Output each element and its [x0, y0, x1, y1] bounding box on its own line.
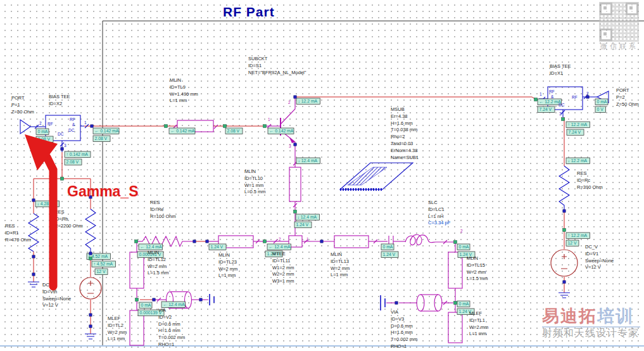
- schematic-canvas[interactable]: 0 mA2.08 V← 0.142 mA2.08 V↑ 0.142 mA2.08…: [0, 0, 644, 351]
- res-rb-symbol[interactable]: [85, 209, 96, 252]
- transistor-bfr92a-symbol[interactable]: [265, 97, 295, 147]
- port1-label-line: P=1: [11, 102, 20, 108]
- wire-node: [32, 199, 35, 201]
- wire-node: [206, 240, 208, 243]
- res-rb-label: RESID=RbR=2200 Ohm: [54, 209, 83, 229]
- dc-current-annotation: ↓ 12.2 mA: [296, 98, 320, 105]
- msub-label-line: Tand=0.03: [391, 141, 413, 146]
- svg-text:0 mA: 0 mA: [459, 302, 469, 306]
- wire-node: [294, 143, 296, 146]
- pin-label: DC: [58, 132, 64, 136]
- junction-node: [61, 177, 64, 181]
- dc-voltage-annotation: 2.08 V: [225, 128, 243, 134]
- dcv-v1-label-line: ID=V1: [585, 251, 598, 257]
- svg-text:↓ 12.4 mA: ↓ 12.4 mA: [298, 158, 318, 163]
- slc-lc1-label: SLCID=LC1L=1 nHC=3.34 pF: [428, 200, 451, 226]
- svg-text:↑ 4.52 mA: ↑ 4.52 mA: [94, 262, 113, 266]
- dc-current-annotation: ← 0.142 mA: [268, 128, 294, 134]
- dc-current-annotation: ↑ 4.52 mA: [92, 261, 116, 267]
- svg-text:0 mA: 0 mA: [383, 245, 393, 249]
- res-r1-label: RESID=R1R=470 Ohm: [5, 223, 31, 243]
- mlin-tl12-label: MLINID=TL12W=2 mmL=1.5 mm: [148, 250, 169, 276]
- bias-tee-x2-label-line: BIAS TEE: [49, 94, 70, 99]
- res-rc-label: RESID=RcR=390 Ohm: [577, 170, 603, 190]
- res-rc-label-line: RES: [577, 170, 586, 176]
- via-v2-label-line: VIA: [158, 307, 166, 313]
- brand-slogan: 射频和天线设计专家: [542, 328, 640, 338]
- wire-node: [320, 240, 323, 243]
- mlin-tl23-label-line: W=2 mm: [218, 266, 237, 272]
- svg-text:0 mA: 0 mA: [141, 303, 151, 307]
- dc-current-annotation: 0 mA: [595, 99, 608, 105]
- pin-label: RF: [572, 95, 578, 99]
- junction-node: [136, 298, 139, 302]
- res-re-label-line: R=100 Ohm: [150, 214, 176, 219]
- bias-tee-x2-label: BIAS TEEID=X2: [49, 94, 70, 106]
- wire-node: [294, 96, 296, 98]
- svg-text:2.08 V: 2.08 V: [66, 160, 79, 164]
- msub-label-line: ErNom=4.38: [391, 148, 417, 153]
- bias-tee-x1-label: BIAS TEEID=X1: [550, 63, 571, 76]
- pin-label: 2: [586, 91, 589, 96]
- slc-lc1-symbol[interactable]: [389, 234, 455, 247]
- res-rc-label-line: ID=Rc: [577, 177, 590, 183]
- via-v2-label-line: D=0.6 mm: [158, 321, 180, 327]
- junction-node: [454, 302, 457, 305]
- page-title: RF Part: [223, 4, 275, 20]
- subckt-s1-label: SUBCKTID=S1NET="BFR92A_NL_Model": [248, 56, 306, 75]
- subckt-s1-label-line: SUBCKT: [248, 56, 268, 61]
- mlin-tl15-label: MLINID=TL15W=2 mmL=1.5 mm: [467, 255, 488, 281]
- dc-current-annotation: ← 0.142 mA: [169, 128, 195, 134]
- schematic-svg: 0 mA2.08 V← 0.142 mA2.08 V↑ 0.142 mA2.08…: [0, 0, 644, 351]
- dcv-v1-label-line: Sweep=None: [585, 258, 614, 264]
- slc-lc1-label-line: ID=LC1: [428, 207, 445, 212]
- port1-label-line: Z=50 Ohm: [11, 109, 34, 115]
- mtee-tl11-label-line: W1=2 mm: [272, 265, 294, 271]
- mlef-tl2-label: MLEFID=TL2W=2 mmL=1 mm: [108, 316, 127, 341]
- dc-current-annotation: 0 mA: [457, 244, 470, 250]
- svg-text:↓ 12.4 mA: ↓ 12.4 mA: [298, 215, 317, 219]
- res-rb-label-line: R=2200 Ohm: [54, 223, 83, 229]
- qr-finder-icon: [626, 3, 638, 15]
- pin-label: &: [72, 122, 75, 127]
- mlin-tl23-label-line: L=1 mm: [218, 272, 236, 278]
- dc-voltage-annotation: 1.24 V: [381, 252, 398, 258]
- msub-substrate-sketch[interactable]: [340, 163, 413, 189]
- via-v2-label-line: ID=V2: [158, 314, 172, 320]
- svg-text:2.08 V: 2.08 V: [95, 136, 108, 141]
- pin-label: 2: [39, 121, 42, 125]
- mlin-tl12-label-line: ID=TL12: [148, 257, 166, 262]
- dc-voltage-annotation: 2.08 V: [93, 136, 110, 142]
- dc-voltage-annotation: 12 V: [95, 269, 108, 275]
- junction-node: [263, 125, 267, 128]
- dc-voltage-annotation: 12 V: [566, 240, 579, 246]
- pin-label: 1: [540, 92, 542, 96]
- pin-label: RF: [47, 122, 53, 126]
- mtee-tl11-label-line: W2=2 mm: [272, 271, 294, 277]
- brand-name-red: 易迪拓: [542, 307, 597, 326]
- junction-node: [89, 257, 92, 260]
- slc-lc1-label-line: SLC: [428, 200, 438, 205]
- mlin-tl15-label-line: L=1.5 mm: [467, 276, 488, 281]
- svg-text:1.24 V: 1.24 V: [383, 252, 396, 257]
- wire-node: [153, 298, 155, 301]
- mlin-tl15-symbol[interactable]: [448, 242, 462, 302]
- res-r1-label-line: ID=R1: [5, 230, 18, 236]
- brand-name-blue: 培训: [597, 307, 634, 326]
- svg-text:0 mA: 0 mA: [38, 129, 48, 134]
- junction-node: [165, 125, 168, 128]
- svg-text:0 mA: 0 mA: [459, 245, 469, 249]
- mlin-tl9-label-line: W=1.496 mm: [170, 91, 198, 97]
- wire-node: [563, 210, 565, 212]
- res-rc-label-line: R=390 Ohm: [577, 184, 603, 190]
- svg-text:1.24 V: 1.24 V: [296, 222, 309, 227]
- svg-text:← 0.142 mA: ← 0.142 mA: [171, 129, 195, 133]
- mlef-tl2-label-line: L=1 mm: [108, 336, 125, 341]
- qr-caption: 微信联系: [596, 42, 643, 51]
- bias-tee-x1-label-line: ID=X1: [550, 70, 563, 76]
- msub-label-line: Name=SUB1: [391, 155, 419, 160]
- mlin-tl12-symbol[interactable]: [130, 243, 144, 298]
- res-rc-symbol[interactable]: [559, 166, 569, 212]
- wire-node: [199, 298, 202, 301]
- dc-current-annotation: ← 0.142 mA: [93, 128, 119, 134]
